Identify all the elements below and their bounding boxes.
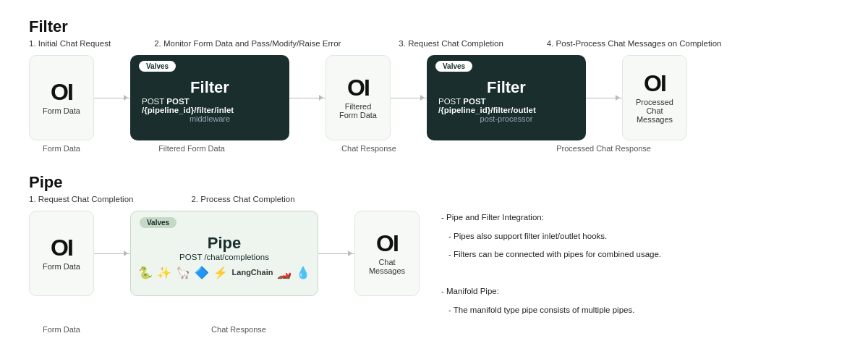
pipe-pipe-box: Valves Pipe POST /chat/completions 🐍 ✨ 🦙… [130,211,318,296]
pipe-info-panel: - Pipe and Filter Integration: - Pipes a… [420,211,665,321]
water-icon: 💧 [296,266,310,279]
pipe-label-chat-response: Chat Response [94,325,383,334]
pipe-arrow-1 [94,253,130,254]
pipe-chat-messages-logo: OI [376,232,398,255]
filter-inlet-sub: middleware [190,114,230,123]
pipe-form-data-logo: OI [51,236,72,259]
bolt-icon: ⚡ [213,266,228,279]
info-line-4: - Manifold Pipe: [441,285,665,299]
filter-outlet-route: POST POST /{pipeline_id}/filter/outlet [438,97,574,114]
pipe-icons: 🐍 ✨ 🦙 🔷 ⚡ LangChain 🏎️ 💧 [138,266,311,279]
filter-filtered-form-data-box: OI Filtered Form Data [326,55,391,140]
blue-icon: 🔷 [195,266,209,279]
pipe-valves-badge: Valves [140,217,176,228]
filter-label-chat-response: Chat Response [289,144,448,153]
pipe-content: OI Form Data Valves Pipe POST /chat/comp… [29,211,839,321]
info-spacer [441,266,665,281]
openai-icon: ✨ [157,266,171,279]
pipe-section: Pipe 1. Request Chat Completion 2. Proce… [29,173,839,334]
filter-inlet-valves: Valves [139,61,176,72]
filter-form-data-box: OI Form Data [29,55,94,140]
filter-arrow-4 [586,98,622,98]
pipe-box-title: Pipe [208,234,241,253]
llama-icon: 🦙 [176,266,190,279]
pipe-form-data-label: Form Data [43,262,80,271]
filter-outlet-box: Valves Filter POST POST /{pipeline_id}/f… [427,55,586,140]
filter-arrow-1 [94,98,130,98]
filter-step-1: 1. Initial Chat Request [29,39,111,48]
python-icon: 🐍 [138,266,153,279]
filter-form-data-logo: OI [51,80,72,104]
filter-processed-chat-box: OI Processed Chat Messages [622,55,687,140]
info-line-1: - Pipes also support filter inlet/outlet… [441,230,665,244]
filter-filtered-logo: OI [347,76,369,99]
info-line-5: - The manifold type pipe consists of mul… [441,303,665,318]
info-line-2: - Filters can be connected with pipes fo… [441,248,665,262]
filter-arrow-3 [391,98,427,98]
pipe-box-route: POST /chat/completions [179,253,269,261]
pipe-bottom-labels: Form Data Chat Response [29,325,434,334]
langchain-label: LangChain [232,268,273,277]
pipe-chat-messages-label: Chat Messages [367,258,407,275]
pipe-step-2: 2. Process Chat Completion [191,195,294,203]
filter-step-4: 4. Post-Process Chat Messages on Complet… [547,39,722,48]
racing-icon: 🏎️ [277,266,292,279]
filter-inlet-title: Filter [190,78,229,97]
pipe-label-form-data: Form Data [29,325,94,334]
pipe-step-labels: 1. Request Chat Completion 2. Process Ch… [29,195,839,203]
filter-outlet-sub: post-processor [480,114,533,123]
filter-label-form-data: Form Data [29,144,94,153]
filter-bottom-labels: Form Data Filtered Form Data Chat Respon… [29,144,658,153]
pipe-title: Pipe [29,173,839,192]
filter-label-processed-chat-response: Processed Chat Response [448,144,651,153]
filter-step-3: 3. Request Chat Completion [399,39,503,48]
filter-step-labels: 1. Initial Chat Request 2. Monitor Form … [29,39,839,48]
filter-processed-logo: OI [644,72,665,95]
pipe-arrow-2 [318,253,354,254]
filter-processed-label: Processed Chat Messages [634,98,675,124]
filter-step-2: 2. Monitor Form Data and Pass/Modify/Rai… [154,39,341,48]
pipe-form-data-box: OI Form Data [29,211,94,296]
filter-form-data-label: Form Data [43,106,80,115]
info-line-0: - Pipe and Filter Integration: [441,211,665,225]
pipe-diagram: OI Form Data Valves Pipe POST /chat/comp… [29,211,420,296]
filter-title: Filter [29,17,839,36]
filter-arrow-2 [289,98,326,98]
filter-inlet-box: Valves Filter POST POST /{pipeline_id}/f… [130,55,289,140]
filter-inlet-route: POST POST /{pipeline_id}/filter/inlet [142,97,278,114]
filter-filtered-label: Filtered Form Data [339,102,377,119]
filter-outlet-title: Filter [487,78,526,97]
filter-outlet-valves: Valves [435,61,472,72]
filter-label-filtered-form-data: Filtered Form Data [94,144,289,153]
pipe-step-1: 1. Request Chat Completion [29,195,133,203]
pipe-chat-messages-box: OI Chat Messages [354,211,420,296]
filter-section: Filter 1. Initial Chat Request 2. Monito… [29,17,839,153]
